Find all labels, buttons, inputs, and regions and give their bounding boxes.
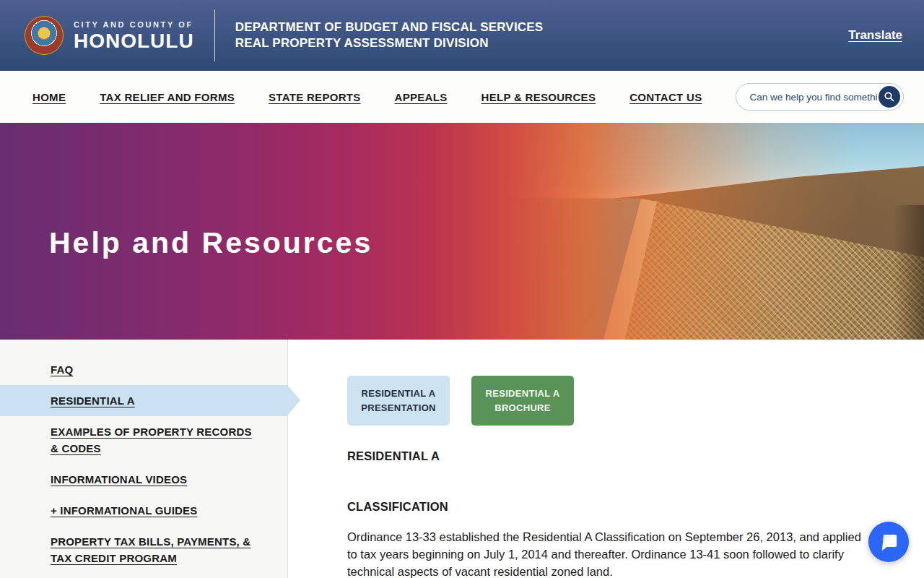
nav-item-tax-relief-and-forms[interactable]: TAX RELIEF AND FORMS <box>100 91 235 103</box>
logo-tagline: CITY AND COUNTY OF <box>74 20 194 29</box>
main-nav: HOME TAX RELIEF AND FORMS STATE REPORTS … <box>0 71 924 123</box>
sidebar-item-property-tax-bills[interactable]: PROPERTY TAX BILLS, PAYMENTS, & TAX CRED… <box>0 526 287 574</box>
nav-item-state-reports[interactable]: STATE REPORTS <box>269 91 361 103</box>
page-title: Help and Resources <box>49 226 372 260</box>
main-content: RESIDENTIAL A PRESENTATION RESIDENTIAL A… <box>288 340 924 578</box>
sidebar-item-informational-guides[interactable]: + INFORMATIONAL GUIDES <box>0 495 287 526</box>
residential-a-presentation-button[interactable]: RESIDENTIAL A PRESENTATION <box>347 376 450 426</box>
residential-a-brochure-button[interactable]: RESIDENTIAL A BROCHURE <box>471 376 574 426</box>
action-button-row: RESIDENTIAL A PRESENTATION RESIDENTIAL A… <box>347 376 881 426</box>
site-search <box>736 83 904 111</box>
sidebar-item-faq[interactable]: FAQ <box>0 354 287 385</box>
sidebar-item-informational-videos[interactable]: INFORMATIONAL VIDEOS <box>0 464 287 495</box>
header-divider <box>214 9 215 61</box>
nav-item-appeals[interactable]: APPEALS <box>395 91 448 103</box>
honolulu-seal-icon <box>25 16 64 55</box>
search-icon <box>884 91 895 103</box>
department-title-line2: REAL PROPERTY ASSESSMENT DIVISION <box>235 35 544 51</box>
nav-item-home[interactable]: HOME <box>32 91 66 103</box>
site-header: CITY AND COUNTY OF HONOLULU DEPARTMENT O… <box>0 0 924 71</box>
sidebar-item-examples-property-records[interactable]: EXAMPLES OF PROPERTY RECORDS & CODES <box>0 416 287 464</box>
chat-widget-button[interactable] <box>868 522 909 562</box>
subsection-title-classification: CLASSIFICATION <box>347 500 881 514</box>
department-title: DEPARTMENT OF BUDGET AND FISCAL SERVICES… <box>235 20 544 51</box>
hero-banner: Help and Resources <box>0 123 924 340</box>
content-area: FAQ RESIDENTIAL A EXAMPLES OF PROPERTY R… <box>0 340 924 578</box>
search-input[interactable] <box>748 91 879 103</box>
site-logo[interactable]: CITY AND COUNTY OF HONOLULU <box>74 20 194 51</box>
nav-item-contact-us[interactable]: CONTACT US <box>629 91 702 103</box>
nav-item-help-resources[interactable]: HELP & RESOURCES <box>481 91 596 103</box>
logo-city-name: HONOLULU <box>74 31 194 51</box>
sidebar-item-residential-a[interactable]: RESIDENTIAL A <box>0 385 287 416</box>
department-title-line1: DEPARTMENT OF BUDGET AND FISCAL SERVICES <box>235 20 544 35</box>
chat-bubble-icon <box>878 531 899 553</box>
section-sidebar: FAQ RESIDENTIAL A EXAMPLES OF PROPERTY R… <box>0 340 288 578</box>
translate-link[interactable]: Translate <box>848 28 902 43</box>
classification-paragraph: Ordinance 13-33 established the Resident… <box>347 528 863 578</box>
section-title: RESIDENTIAL A <box>347 449 881 463</box>
search-button[interactable] <box>879 86 900 108</box>
